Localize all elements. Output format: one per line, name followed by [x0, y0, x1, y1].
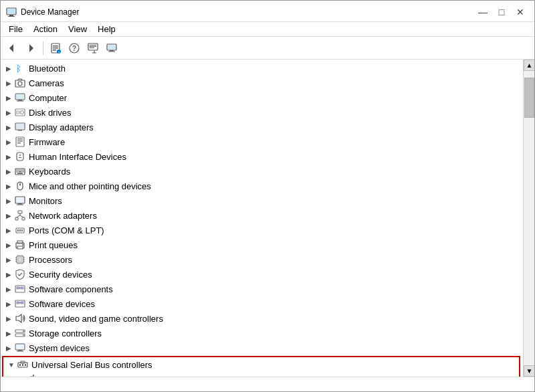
- app-icon: [6, 7, 17, 17]
- security-icon: [14, 268, 26, 280]
- tree-item-system-label: System devices: [29, 343, 90, 353]
- tree-item-print[interactable]: ▶ Print queues: [1, 237, 523, 252]
- tree-item-cameras[interactable]: ▶ Cameras: [1, 76, 523, 90]
- svg-rect-19: [108, 45, 116, 50]
- tree-item-computer[interactable]: ▶ Computer: [1, 90, 523, 105]
- svg-point-71: [22, 244, 23, 246]
- svg-rect-87: [17, 287, 19, 289]
- tree-item-storage-label: Storage controllers: [29, 328, 102, 338]
- svg-rect-50: [17, 173, 23, 175]
- tree-item-intel-usb-label: Intel(R) USB 3.10 eXtensible Host Contro…: [42, 375, 282, 377]
- bluetooth-icon: ᛒ: [14, 62, 26, 74]
- svg-rect-39: [17, 153, 23, 161]
- expand-arrow-bluetooth: ▶: [3, 63, 14, 74]
- content-area: ▶ ᛒ Bluetooth ▶ Cameras ▶ Comp: [1, 60, 534, 377]
- svg-rect-105: [22, 364, 23, 366]
- scroll-thumb[interactable]: [524, 78, 534, 118]
- tree-item-software-devices-label: Software devices: [29, 299, 95, 309]
- forward-button[interactable]: [22, 40, 39, 56]
- tree-item-processors[interactable]: ▶ Processors: [1, 252, 523, 267]
- tree-item-system[interactable]: ▶ System devices: [1, 340, 523, 355]
- title-bar-left: Device Manager: [6, 7, 79, 17]
- expand-arrow-system: ▶: [3, 342, 14, 353]
- expand-arrow-cameras: ▶: [3, 78, 14, 88]
- tree-item-hid[interactable]: ▶ Human Interface Devices: [1, 149, 523, 164]
- tree-item-security[interactable]: ▶ Security devices: [1, 267, 523, 282]
- svg-rect-56: [18, 203, 22, 205]
- tree-item-software-devices[interactable]: ▶ Software devices: [1, 296, 523, 311]
- computer-tree-icon: [14, 92, 26, 104]
- tree-item-disk-drives[interactable]: ▶ Disk drives: [1, 105, 523, 120]
- svg-rect-73: [18, 258, 22, 262]
- tree-item-storage[interactable]: ▶ Storage controllers: [1, 326, 523, 340]
- tree-item-ports[interactable]: ▶ Ports (COM & LPT): [1, 223, 523, 237]
- expand-arrow-usb: ▼: [6, 359, 17, 370]
- svg-rect-47: [17, 171, 18, 173]
- help-button[interactable]: ?: [66, 40, 83, 56]
- scroll-down-button[interactable]: ▼: [524, 365, 534, 377]
- expand-arrow-security: ▶: [3, 269, 14, 280]
- svg-rect-21: [108, 51, 115, 52]
- scroll-up-button[interactable]: ▲: [524, 60, 534, 71]
- minimize-button[interactable]: —: [474, 5, 492, 19]
- usb-icon: [17, 359, 29, 371]
- expand-arrow-computer: ▶: [3, 92, 14, 103]
- close-button[interactable]: ✕: [512, 5, 529, 19]
- firmware-icon: [14, 136, 26, 148]
- maximize-button[interactable]: □: [493, 5, 510, 19]
- tree-item-keyboards[interactable]: ▶ Keyboards: [1, 164, 523, 179]
- svg-rect-91: [17, 302, 19, 304]
- tree-item-mice[interactable]: ▶ Mice and other pointing devices: [1, 179, 523, 193]
- expand-arrow-disk: ▶: [3, 107, 14, 118]
- help-icon: ?: [69, 43, 80, 54]
- tree-item-disk-label: Disk drives: [29, 108, 72, 118]
- tree-item-mice-label: Mice and other pointing devices: [29, 181, 151, 191]
- computer-button[interactable]: [103, 40, 120, 56]
- svg-rect-58: [18, 211, 22, 213]
- svg-point-24: [18, 82, 22, 86]
- svg-rect-45: [21, 170, 22, 171]
- svg-rect-37: [17, 140, 23, 142]
- tree-item-display[interactable]: ▶ Display adapters: [1, 120, 523, 134]
- tree-item-monitors[interactable]: ▶ Monitors: [1, 193, 523, 208]
- title-bar-controls: — □ ✕: [474, 5, 529, 19]
- tree-item-software-components[interactable]: ▶ Software components: [1, 282, 523, 296]
- properties-button[interactable]: ?: [47, 40, 64, 56]
- tree-item-usb-controllers[interactable]: ▼ Universal Serial Bus controllers: [3, 357, 519, 372]
- svg-rect-34: [18, 130, 22, 131]
- menu-action[interactable]: Action: [28, 23, 63, 35]
- svg-marker-4: [9, 44, 13, 52]
- svg-rect-17: [90, 47, 94, 48]
- svg-rect-26: [16, 94, 24, 99]
- expand-arrow-keyboards: ▶: [3, 166, 14, 177]
- tree-item-bluetooth[interactable]: ▶ ᛒ Bluetooth: [1, 61, 523, 76]
- scrollbar[interactable]: ▲ ▼: [523, 60, 534, 377]
- scroll-track[interactable]: [524, 71, 534, 365]
- scan-icon: [88, 43, 98, 54]
- tree-item-sound[interactable]: ▶ Sound, video and game controllers: [1, 311, 523, 326]
- back-icon: [7, 43, 17, 54]
- tree-item-intel-usb[interactable]: Intel(R) USB 3.10 eXtensible Host Contro…: [3, 372, 519, 377]
- expand-arrow-ports: ▶: [3, 225, 14, 235]
- svg-rect-3: [7, 9, 15, 14]
- tree-item-bluetooth-label: Bluetooth: [29, 64, 66, 74]
- expand-arrow-storage: ▶: [3, 328, 14, 338]
- svg-rect-48: [19, 171, 22, 173]
- menu-help[interactable]: Help: [92, 23, 121, 35]
- svg-rect-38: [17, 142, 21, 144]
- usb-highlighted-group: ▼ Universal Serial Bus controllers Intel…: [2, 356, 520, 377]
- tree-item-print-label: Print queues: [29, 240, 78, 250]
- tree-item-security-label: Security devices: [29, 270, 92, 280]
- tree-item-firmware[interactable]: ▶ Firmware: [1, 134, 523, 149]
- svg-marker-5: [29, 44, 33, 52]
- back-button[interactable]: [3, 40, 21, 56]
- tree-item-network[interactable]: ▶ Network adapters: [1, 208, 523, 223]
- expand-arrow-network: ▶: [3, 210, 14, 221]
- menu-view[interactable]: View: [63, 23, 92, 35]
- monitor-icon: [14, 195, 26, 207]
- scan-button[interactable]: [84, 40, 102, 56]
- menu-file[interactable]: File: [3, 23, 28, 35]
- storage-icon: [14, 327, 26, 339]
- keyboard-icon: [14, 165, 26, 177]
- tree-pane[interactable]: ▶ ᛒ Bluetooth ▶ Cameras ▶ Comp: [1, 60, 523, 377]
